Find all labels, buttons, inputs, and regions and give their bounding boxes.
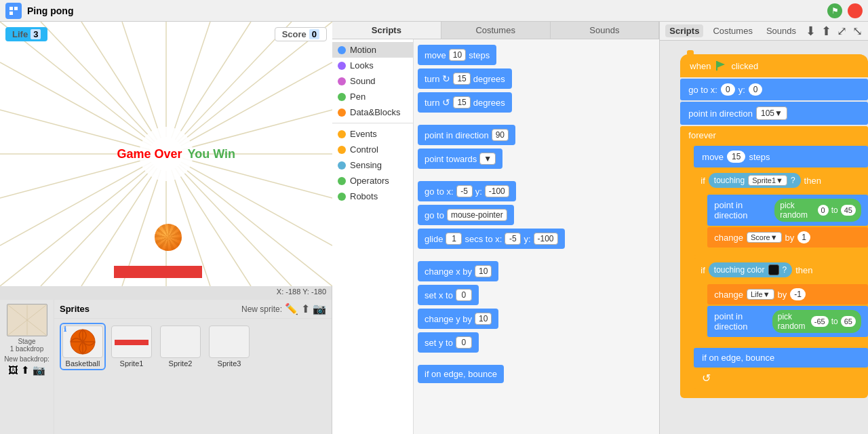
upload-sprite-icon[interactable]: ⬆ xyxy=(301,302,310,315)
pick-random1-block[interactable]: pick random 0 to 45 xyxy=(774,199,861,222)
camera-backdrop-icon[interactable]: 📷 xyxy=(33,364,45,376)
right-tab-scripts[interactable]: Scripts xyxy=(665,24,703,37)
category-operators[interactable]: Operators xyxy=(332,173,413,189)
point-dir-val[interactable]: 90 xyxy=(492,129,509,141)
move-15-val[interactable]: 15 xyxy=(727,151,745,163)
touching-color-block[interactable]: touching color ? xyxy=(709,262,792,277)
block-turn-ccw[interactable]: turn ↺ 15 degrees xyxy=(418,92,512,113)
control-label: Control xyxy=(350,144,378,155)
category-pen[interactable]: Pen xyxy=(332,89,413,104)
set-y-val[interactable]: 0 xyxy=(456,336,472,349)
pick-random1-to[interactable]: 45 xyxy=(841,205,856,216)
sprite-item-sprite1[interactable]: Sprite1 xyxy=(108,323,155,370)
zoom-out-icon[interactable]: ⬇ xyxy=(806,24,816,39)
point-random2-block[interactable]: point in direction pick random -65 to 65 xyxy=(707,306,868,337)
change-life-val[interactable]: -1 xyxy=(790,288,806,300)
point-towards-dropdown[interactable]: ▼ xyxy=(479,153,496,165)
goto-y-input[interactable]: 0 xyxy=(749,83,763,96)
glide-x-val[interactable]: -5 xyxy=(505,233,521,245)
touching-color-label: touching color xyxy=(714,265,765,275)
life-var-dropdown[interactable]: Life▼ xyxy=(747,289,774,300)
block-change-y[interactable]: change y by 10 xyxy=(418,309,498,329)
change-y-val[interactable]: 10 xyxy=(475,313,492,325)
when-flag-clicked-block[interactable]: when clicked xyxy=(680,54,868,77)
camera-sprite-icon[interactable]: 📷 xyxy=(313,302,326,315)
tab-sounds[interactable]: Sounds xyxy=(551,22,660,39)
block-goto-pointer[interactable]: go to mouse-pointer xyxy=(418,205,514,225)
color-swatch[interactable] xyxy=(768,264,779,275)
set-x-val[interactable]: 0 xyxy=(456,289,472,301)
change-x-val[interactable]: 10 xyxy=(475,265,492,277)
pick-random2-from[interactable]: -65 xyxy=(811,316,829,327)
category-events[interactable]: Events xyxy=(332,126,413,142)
block-point-direction[interactable]: point in direction 90 xyxy=(418,125,515,145)
category-looks[interactable]: Looks xyxy=(332,58,413,73)
if-touching-color[interactable]: if touching color ? then xyxy=(694,258,868,281)
control-dot xyxy=(338,146,346,154)
tab-scripts[interactable]: Scripts xyxy=(332,22,441,39)
change-life-block[interactable]: change Life▼ by -1 xyxy=(707,284,868,304)
new-sprite-label: New sprite: xyxy=(241,304,282,314)
block-point-towards[interactable]: point towards ▼ xyxy=(418,149,502,169)
sprite-item-basketball[interactable]: ℹ Basketball xyxy=(60,323,106,370)
edge-bounce-block[interactable]: if on edge, bounce xyxy=(694,348,868,368)
fullscreen-icon[interactable]: ⤢ xyxy=(837,24,847,39)
score-var-dropdown[interactable]: Score▼ xyxy=(747,232,782,243)
block-set-y[interactable]: set y to 0 xyxy=(418,332,479,353)
category-sensing[interactable]: Sensing xyxy=(332,157,413,173)
forever-block[interactable]: forever xyxy=(680,126,868,144)
point-dir-input[interactable]: 105▼ xyxy=(756,106,787,120)
shrink-icon[interactable]: ⤡ xyxy=(852,24,863,39)
turn-ccw-suffix: degrees xyxy=(473,98,505,108)
sprite-item-sprite3[interactable]: Sprite3 xyxy=(206,323,252,370)
block-set-x[interactable]: set x to 0 xyxy=(418,285,479,305)
right-tab-costumes[interactable]: Costumes xyxy=(709,24,757,37)
category-motion[interactable]: Motion xyxy=(332,42,413,58)
if-touching-sprite1[interactable]: if touching Sprite1▼ ? then xyxy=(694,169,868,192)
red-stop-button[interactable] xyxy=(848,3,863,18)
script-editor[interactable]: when clicked go to x: 0 xyxy=(660,41,868,434)
pick-random1-from[interactable]: 0 xyxy=(818,205,829,216)
draw-sprite-icon[interactable]: ✏️ xyxy=(285,302,298,315)
move-steps-input[interactable]: 10 xyxy=(449,49,466,61)
green-flag-button[interactable]: ⚑ xyxy=(827,3,842,18)
project-title: Ping pong xyxy=(27,5,73,16)
goto-x-input[interactable]: 0 xyxy=(721,83,735,96)
zoom-in-icon[interactable]: ⬆ xyxy=(821,24,831,39)
flag-icon xyxy=(715,60,727,72)
sprite-item-sprite2[interactable]: Sprite2 xyxy=(157,323,203,370)
block-glide[interactable]: glide 1 secs to x: -5 y: -100 xyxy=(418,229,565,249)
block-turn-cw[interactable]: turn ↻ 15 degrees xyxy=(418,68,512,89)
touching-target-dropdown[interactable]: Sprite1▼ xyxy=(748,175,787,186)
goto-x-val[interactable]: -5 xyxy=(456,185,473,197)
turn-cw-val[interactable]: 15 xyxy=(453,73,470,85)
block-edge-bounce[interactable]: if on edge, bounce xyxy=(418,365,504,383)
goto-y-val[interactable]: -100 xyxy=(485,185,509,197)
block-change-x[interactable]: change x by 10 xyxy=(418,261,498,281)
upload-backdrop-icon[interactable]: ⬆ xyxy=(21,364,30,376)
touching-sprite1-block[interactable]: touching Sprite1▼ ? xyxy=(709,173,801,188)
glide-y-val[interactable]: -100 xyxy=(534,233,558,245)
move-15-block[interactable]: move 15 steps xyxy=(694,146,868,167)
goto-xy-block[interactable]: go to x: 0 y: 0 xyxy=(680,79,868,100)
pick-random2-to[interactable]: 65 xyxy=(841,316,856,327)
tab-costumes[interactable]: Costumes xyxy=(441,22,551,39)
goto-ptr-dropdown[interactable]: mouse-pointer xyxy=(447,209,507,221)
glide-secs-val[interactable]: 1 xyxy=(446,233,462,245)
point-dir-block[interactable]: point in direction 105▼ xyxy=(680,102,868,125)
block-move-steps[interactable]: move 10 steps xyxy=(418,45,496,65)
turn-ccw-val[interactable]: 15 xyxy=(453,96,470,108)
category-control[interactable]: Control xyxy=(332,142,413,157)
pick-random2-block[interactable]: pick random -65 to 65 xyxy=(772,310,861,333)
stage-thumbnail[interactable] xyxy=(7,304,47,336)
point-random1-block[interactable]: point in direction pick random 0 to 45 xyxy=(707,195,868,226)
block-goto-xy[interactable]: go to x: -5 y: -100 xyxy=(418,181,516,201)
right-tab-sounds[interactable]: Sounds xyxy=(762,24,800,37)
paint-backdrop-icon[interactable]: 🖼 xyxy=(8,364,18,376)
change-score-val[interactable]: 1 xyxy=(797,231,810,243)
category-robots[interactable]: Robots xyxy=(332,189,413,204)
sprite-info-icon[interactable]: ℹ xyxy=(64,326,66,333)
category-data[interactable]: Data&Blocks xyxy=(332,104,413,120)
category-sound[interactable]: Sound xyxy=(332,73,413,89)
change-score-block[interactable]: change Score▼ by 1 xyxy=(707,227,868,248)
